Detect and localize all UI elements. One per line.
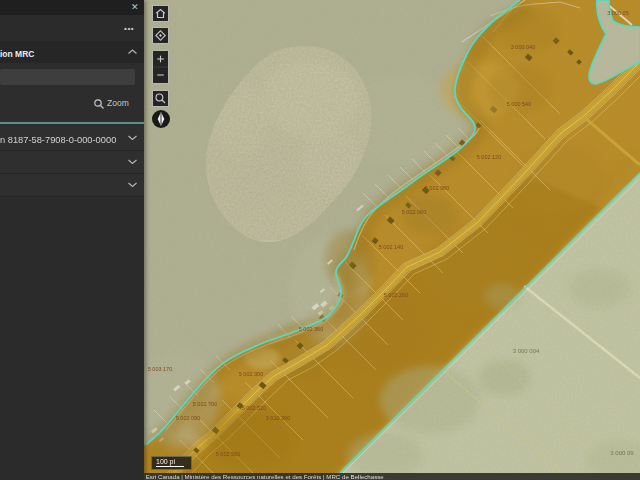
svg-text:3 010 390: 3 010 390: [266, 415, 290, 421]
svg-text:5 000 540: 5 000 540: [507, 101, 531, 107]
svg-text:5 002 300: 5 002 300: [239, 371, 263, 377]
svg-text:3 000 040: 3 000 040: [511, 44, 535, 50]
svg-text:5 002 260: 5 002 260: [384, 292, 408, 298]
svg-text:5 002 140: 5 002 140: [379, 244, 403, 250]
svg-text:5 002 520: 5 002 520: [242, 405, 266, 411]
svg-text:3 000 05: 3 000 05: [607, 10, 628, 16]
svg-text:5 001 700: 5 001 700: [193, 401, 217, 407]
svg-text:5 003 170: 5 003 170: [148, 366, 172, 372]
svg-text:3 000 09: 3 000 09: [610, 450, 634, 456]
svg-text:5 002 560: 5 002 560: [216, 451, 240, 457]
svg-text:5 002 060: 5 002 060: [402, 209, 426, 215]
svg-text:5 002 360: 5 002 360: [299, 326, 323, 332]
svg-text:5 002 090: 5 002 090: [176, 415, 200, 421]
svg-text:5 001 980: 5 001 980: [425, 185, 449, 191]
svg-text:5 002 120: 5 002 120: [477, 154, 501, 160]
svg-text:3 000 004: 3 000 004: [513, 348, 540, 354]
